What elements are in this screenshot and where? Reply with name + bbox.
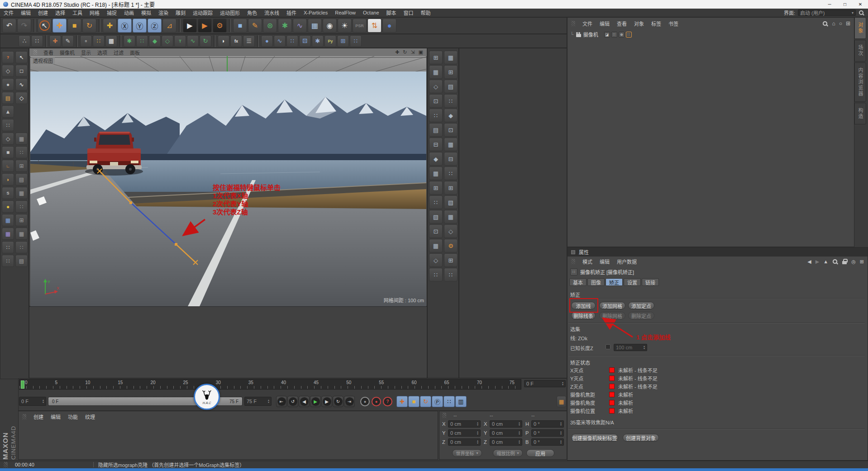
- lock-y-axis-button[interactable]: Ⓨ: [133, 19, 147, 33]
- modeling-palette-icon[interactable]: ▦: [429, 167, 443, 180]
- minimize-button[interactable]: ─: [822, 0, 837, 9]
- lasso-selection-icon[interactable]: ∿: [15, 78, 28, 90]
- light-button[interactable]: ☀: [338, 19, 352, 33]
- modeling-palette-icon[interactable]: ◇: [444, 224, 458, 238]
- command-palette-icon[interactable]: ▤: [15, 255, 28, 267]
- make-editable-icon[interactable]: ◇: [2, 65, 14, 77]
- dynamics-button[interactable]: ●: [261, 35, 273, 47]
- toggle-view-icon[interactable]: ▣: [419, 49, 423, 55]
- previous-frame-button[interactable]: ◀: [299, 396, 310, 407]
- menu-item[interactable]: 角色: [247, 9, 257, 16]
- tab-takes[interactable]: 场次: [854, 40, 866, 62]
- filter-icon[interactable]: ○: [839, 20, 842, 27]
- modeling-palette-icon[interactable]: ⊞: [444, 65, 458, 79]
- object-row-camera[interactable]: └ 摄像机 ◪∷⊕∷: [568, 29, 854, 39]
- floor-button[interactable]: ▦: [308, 19, 322, 33]
- menu-item[interactable]: 动画: [124, 9, 134, 16]
- object-manager-menu-item[interactable]: 编辑: [600, 20, 610, 27]
- object-manager-menu-item[interactable]: 对象: [634, 20, 644, 27]
- solo-mode-icon[interactable]: S: [2, 187, 14, 199]
- menu-item[interactable]: 帮助: [421, 9, 431, 16]
- tab-calibrate[interactable]: 矫正: [606, 278, 623, 286]
- known-length-field[interactable]: 100 cm▴▾: [614, 344, 647, 351]
- point-edit-tool[interactable]: ▫: [80, 35, 92, 47]
- material-menu-item[interactable]: 功能: [68, 413, 78, 420]
- scale-tool[interactable]: ■: [67, 19, 81, 33]
- goto-end-button[interactable]: ⇥: [344, 396, 355, 407]
- camera-button[interactable]: ◉: [323, 19, 337, 33]
- menu-item[interactable]: 运动跟踪: [193, 9, 213, 16]
- mograph-button[interactable]: ✱: [278, 19, 292, 33]
- tab-objects[interactable]: 对象: [854, 17, 866, 39]
- lock-x-axis-button[interactable]: Ⓧ: [118, 19, 132, 33]
- point-snap-tool[interactable]: ∷: [93, 35, 105, 47]
- menu-item[interactable]: 选择: [55, 9, 65, 16]
- paint-bucket-icon[interactable]: ◗: [2, 173, 14, 186]
- scale-mode-dropdown[interactable]: 缩放比例▾: [493, 449, 523, 457]
- joint-tool[interactable]: ✚: [49, 35, 61, 47]
- home-icon[interactable]: ⌂: [832, 20, 835, 27]
- hair-button[interactable]: ∿: [274, 35, 286, 47]
- key-filter-toggle[interactable]: ▥: [455, 396, 467, 407]
- command-palette-icon[interactable]: ∷: [15, 200, 28, 213]
- material-menu-item[interactable]: 创建: [33, 413, 43, 420]
- menu-item[interactable]: Octane: [363, 10, 379, 15]
- array-palette-icon[interactable]: ∷: [2, 255, 14, 267]
- material-menu-item[interactable]: 编辑: [51, 413, 61, 420]
- lock-icon[interactable]: [842, 259, 847, 265]
- edges-mode-icon[interactable]: ◇: [2, 133, 14, 145]
- menu-item[interactable]: 创建: [38, 9, 48, 16]
- create-camera-mapping-button[interactable]: 创建摄像机映射标签: [571, 434, 618, 442]
- lock-z-axis-button[interactable]: Ⓩ: [148, 19, 162, 33]
- polygon-selection-icon[interactable]: ◇: [15, 92, 28, 104]
- mograph-matrix-button[interactable]: ∷: [136, 35, 148, 47]
- viewport-menu-item[interactable]: 摄像机: [60, 49, 75, 56]
- modeling-palette-icon[interactable]: ▦: [429, 65, 443, 79]
- enable-axis-icon[interactable]: ∟: [2, 160, 14, 172]
- undo-icon[interactable]: ↶: [2, 19, 16, 33]
- modeling-palette-icon[interactable]: ∷: [444, 167, 458, 180]
- modeling-palette-icon[interactable]: ∷: [444, 94, 458, 108]
- new-panel-icon[interactable]: ⊞: [846, 20, 850, 27]
- modeling-palette-icon[interactable]: ▧: [444, 195, 458, 209]
- command-palette-icon[interactable]: ⊞: [15, 214, 28, 226]
- modeling-palette-icon[interactable]: ⊞: [429, 181, 443, 195]
- menu-item[interactable]: 工具: [72, 9, 82, 16]
- polygons-mode-icon[interactable]: ■: [2, 146, 14, 158]
- cone-mode-icon[interactable]: ▲: [2, 105, 14, 118]
- tab-links[interactable]: 链接: [642, 278, 659, 286]
- mograph-fracture-button[interactable]: ◆: [149, 35, 161, 47]
- next-key-button[interactable]: ↻: [333, 396, 343, 407]
- xpresso-button[interactable]: fx: [230, 35, 242, 47]
- object-manager-menu-item[interactable]: 书签: [668, 20, 678, 27]
- modeling-palette-icon[interactable]: ⊟: [444, 152, 458, 166]
- tab-basic[interactable]: 基本: [569, 278, 587, 286]
- panel-handle[interactable]: [442, 413, 446, 418]
- menu-item[interactable]: 网格: [90, 9, 100, 16]
- command-palette-icon[interactable]: ∷: [15, 146, 28, 158]
- search-icon[interactable]: [822, 21, 828, 27]
- render-view-button[interactable]: ▶: [183, 19, 197, 33]
- move-tool[interactable]: ✚: [52, 19, 67, 33]
- display-tag-icon[interactable]: ◪: [604, 32, 610, 38]
- live-selection-icon[interactable]: ↖: [15, 51, 28, 63]
- new-panel-icon[interactable]: ⊞: [860, 259, 864, 265]
- previous-key-button[interactable]: ↺: [287, 396, 298, 407]
- current-frame-field[interactable]: 0 F▴▾: [19, 397, 46, 406]
- attributes-menu-item[interactable]: 编辑: [600, 258, 610, 265]
- python-button[interactable]: Py: [324, 35, 336, 47]
- model-mode-icon[interactable]: ●: [2, 78, 14, 90]
- viewport-menu-item[interactable]: 面板: [130, 49, 140, 56]
- attributes-object-row[interactable]: ∷ 摄像机矫正 [摄像机矫正]: [570, 268, 634, 276]
- timeline-ruler[interactable]: 051015202530354045505560657075: [19, 379, 521, 390]
- render-picture-viewer-button[interactable]: ▶: [198, 19, 212, 33]
- menu-item[interactable]: 渲染: [158, 9, 168, 16]
- panel-handle[interactable]: [571, 21, 575, 26]
- close-button[interactable]: ✕: [853, 0, 868, 9]
- particles-button[interactable]: ∷: [286, 35, 298, 47]
- sculpt-tool[interactable]: ◗: [218, 35, 229, 47]
- array-palette-icon[interactable]: ∷: [2, 241, 14, 253]
- rotate-tool[interactable]: ↻: [82, 19, 96, 33]
- tab-structure[interactable]: 构造: [854, 103, 866, 124]
- modeling-palette-icon[interactable]: ▦: [444, 138, 458, 151]
